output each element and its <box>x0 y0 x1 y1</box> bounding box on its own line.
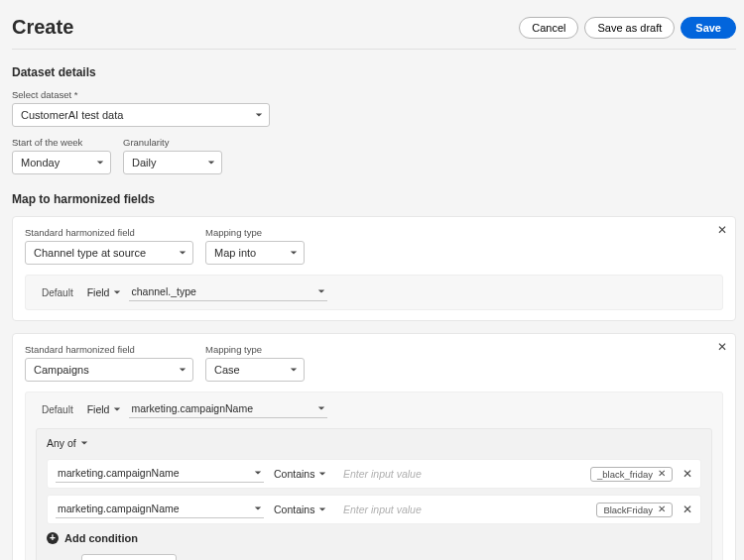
remove-condition-icon[interactable]: ✕ <box>682 503 692 516</box>
start-week-dropdown[interactable]: Monday <box>12 151 111 174</box>
condition-field-dropdown[interactable]: marketing.campaignName <box>56 501 264 518</box>
condition-op-value: Contains <box>274 504 314 515</box>
value-tag-text: _black_friday <box>597 469 653 480</box>
default-field-value: marketing.campaignName <box>131 402 253 414</box>
chevron-down-icon <box>318 468 326 480</box>
default-row: Default Field channel._type <box>25 275 723 310</box>
field-mode-value: Field <box>87 403 110 415</box>
mapping-type-label: Mapping type <box>205 344 305 355</box>
add-condition-button[interactable]: + Add condition <box>47 532 701 544</box>
dataset-details-heading: Dataset details <box>12 65 736 79</box>
std-field-value: Channel type at source <box>34 247 146 259</box>
mapping-card: ✕ Standard harmonized field Channel type… <box>12 216 736 321</box>
anyof-block: Any of marketing.campaignName C <box>36 428 712 560</box>
std-field-dropdown[interactable]: Channel type at source <box>25 241 193 265</box>
condition-field-value: marketing.campaignName <box>58 467 180 479</box>
anyof-dropdown[interactable]: Any of <box>47 437 88 449</box>
std-field-value: Campaigns <box>34 364 89 376</box>
chevron-down-icon <box>96 157 104 168</box>
chevron-down-icon <box>179 247 186 259</box>
granularity-value: Daily <box>132 157 156 168</box>
chevron-down-icon <box>254 503 262 514</box>
mapping-type-value: Map into <box>214 247 256 259</box>
tag-remove-icon[interactable]: ✕ <box>658 504 666 514</box>
chevron-down-icon <box>113 286 121 298</box>
field-mode-dropdown[interactable]: Field <box>87 403 122 415</box>
chevron-down-icon <box>254 467 262 479</box>
remove-condition-icon[interactable]: ✕ <box>682 467 692 481</box>
select-dataset-label: Select dataset <box>12 89 736 100</box>
chevron-down-icon <box>80 437 88 449</box>
mapping-type-value: Case <box>214 364 240 376</box>
default-field-dropdown[interactable]: marketing.campaignName <box>129 400 327 418</box>
chevron-down-icon <box>290 247 298 259</box>
chevron-down-icon <box>255 109 263 121</box>
condition-value-input[interactable] <box>343 504 586 515</box>
default-label: Default <box>36 401 79 418</box>
condition-op-dropdown[interactable]: Contains <box>274 468 333 480</box>
field-mode-value: Field <box>87 286 110 298</box>
then-value-input[interactable] <box>81 554 177 560</box>
tag-remove-icon[interactable]: ✕ <box>658 469 666 479</box>
std-field-label: Standard harmonized field <box>25 227 193 238</box>
value-tag: BlackFriday ✕ <box>596 503 673 517</box>
chevron-down-icon <box>317 402 325 414</box>
case-block: Default Field marketing.campaignName Any… <box>25 392 723 560</box>
page-title: Create <box>12 16 73 39</box>
plus-icon: + <box>47 532 59 544</box>
granularity-dropdown[interactable]: Daily <box>123 151 222 174</box>
save-draft-button[interactable]: Save as draft <box>584 17 675 39</box>
condition-row: marketing.campaignName Contains _black_f… <box>47 459 701 489</box>
chevron-down-icon <box>179 364 186 376</box>
close-icon[interactable]: ✕ <box>717 340 727 354</box>
value-tag: _black_friday ✕ <box>590 467 673 482</box>
default-field-dropdown[interactable]: channel._type <box>129 283 327 301</box>
granularity-label: Granularity <box>123 137 222 148</box>
chevron-down-icon <box>207 157 215 168</box>
start-week-label: Start of the week <box>12 137 111 148</box>
select-dataset-dropdown[interactable]: CustomerAI test data <box>12 103 270 127</box>
condition-value-input[interactable] <box>343 468 580 480</box>
anyof-label: Any of <box>47 437 76 449</box>
cancel-button[interactable]: Cancel <box>519 17 578 39</box>
chevron-down-icon <box>317 285 325 297</box>
condition-row: marketing.campaignName Contains BlackFri… <box>47 495 701 524</box>
start-week-value: Monday <box>21 157 60 168</box>
map-fields-heading: Map to harmonized fields <box>12 192 736 206</box>
close-icon[interactable]: ✕ <box>717 223 727 237</box>
select-dataset-value: CustomerAI test data <box>21 109 123 121</box>
condition-field-value: marketing.campaignName <box>58 503 180 514</box>
chevron-down-icon <box>290 364 298 376</box>
chevron-down-icon <box>318 504 326 515</box>
field-mode-dropdown[interactable]: Field <box>87 286 122 298</box>
chevron-down-icon <box>113 403 121 415</box>
condition-op-dropdown[interactable]: Contains <box>274 504 333 515</box>
condition-field-dropdown[interactable]: marketing.campaignName <box>56 465 264 483</box>
mapping-type-label: Mapping type <box>205 227 305 238</box>
value-tag-text: BlackFriday <box>603 504 653 515</box>
mapping-card: ✕ Standard harmonized field Campaigns Ma… <box>12 333 736 560</box>
mapping-type-dropdown[interactable]: Map into <box>205 241 305 265</box>
default-field-value: channel._type <box>131 285 195 297</box>
mapping-type-dropdown[interactable]: Case <box>205 358 305 382</box>
std-field-dropdown[interactable]: Campaigns <box>25 358 193 382</box>
add-condition-label: Add condition <box>64 532 138 544</box>
default-label: Default <box>36 284 79 301</box>
std-field-label: Standard harmonized field <box>25 344 193 355</box>
condition-op-value: Contains <box>274 468 314 480</box>
save-button[interactable]: Save <box>681 17 736 39</box>
